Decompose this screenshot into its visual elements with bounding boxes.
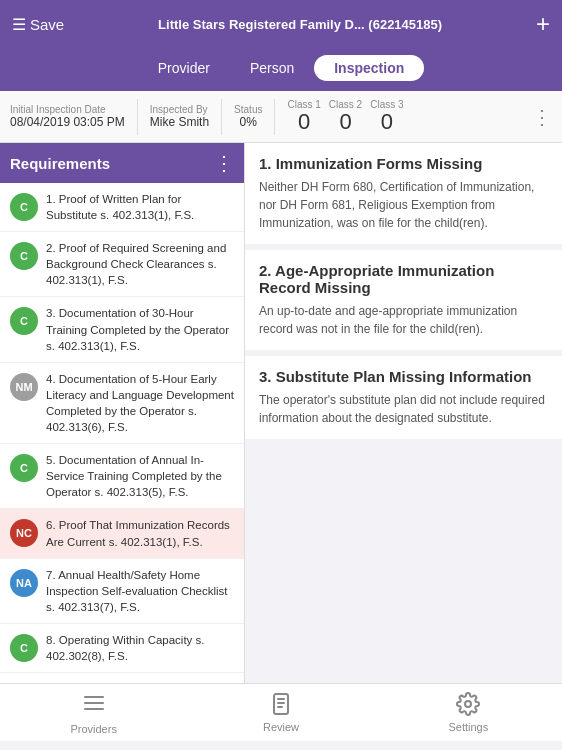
save-button[interactable]: ☰ Save bbox=[12, 15, 64, 34]
requirements-title: Requirements bbox=[10, 155, 110, 172]
finding-title-3: 3. Substitute Plan Missing Information bbox=[259, 368, 548, 385]
class3-section: Class 3 0 bbox=[370, 99, 403, 134]
req-text-8: 8. Operating Within Capacity s. 402.302(… bbox=[46, 632, 234, 664]
info-bar: Initial Inspection Date 08/04/2019 03:05… bbox=[0, 91, 562, 143]
class2-section: Class 2 0 bbox=[329, 99, 362, 134]
save-icon: ☰ bbox=[12, 15, 26, 34]
tab-inspection[interactable]: Inspection bbox=[314, 55, 424, 81]
right-panel: 1. Immunization Forms Missing Neither DH… bbox=[245, 143, 562, 683]
badge-7: NA bbox=[10, 569, 38, 597]
initial-date-section: Initial Inspection Date 08/04/2019 03:05… bbox=[10, 104, 125, 129]
tab-provider[interactable]: Provider bbox=[138, 55, 230, 81]
req-text-6: 6. Proof That Immunization Records Are C… bbox=[46, 517, 234, 549]
divider3 bbox=[274, 99, 275, 135]
initial-date-label: Initial Inspection Date bbox=[10, 104, 125, 115]
badge-3: C bbox=[10, 307, 38, 335]
class2-value: 0 bbox=[339, 110, 351, 134]
req-text-3: 3. Documentation of 30-Hour Training Com… bbox=[46, 305, 234, 353]
settings-label: Settings bbox=[448, 721, 488, 733]
more-options-button[interactable]: ⋮ bbox=[532, 105, 552, 129]
main-content: Requirements ⋮ C 1. Proof of Written Pla… bbox=[0, 143, 562, 683]
nav-providers[interactable]: Providers bbox=[0, 691, 187, 735]
class1-value: 0 bbox=[298, 110, 310, 134]
finding-body-3: The operator's substitute plan did not i… bbox=[259, 391, 548, 427]
req-text-2: 2. Proof of Required Screening and Backg… bbox=[46, 240, 234, 288]
req-text-1: 1. Proof of Written Plan for Substitute … bbox=[46, 191, 234, 223]
req-item-1[interactable]: C 1. Proof of Written Plan for Substitut… bbox=[0, 183, 244, 232]
bottom-nav: Providers Review Settings bbox=[0, 683, 562, 741]
req-text-9: 9. Compliance with Advertisement Require… bbox=[46, 681, 234, 683]
req-item-2[interactable]: C 2. Proof of Required Screening and Bac… bbox=[0, 232, 244, 297]
tab-person[interactable]: Person bbox=[230, 55, 314, 81]
status-section: Status 0% bbox=[234, 104, 262, 129]
req-item-7[interactable]: NA 7. Annual Health/Safety Home Inspecti… bbox=[0, 559, 244, 624]
badge-2: C bbox=[10, 242, 38, 270]
nav-review[interactable]: Review bbox=[187, 692, 374, 733]
finding-body-2: An up-to-date and age-appropriate immuni… bbox=[259, 302, 548, 338]
req-item-6[interactable]: NC 6. Proof That Immunization Records Ar… bbox=[0, 509, 244, 558]
divider2 bbox=[221, 99, 222, 135]
req-text-4: 4. Documentation of 5-Hour Early Literac… bbox=[46, 371, 234, 435]
inspected-by-label: Inspected By bbox=[150, 104, 209, 115]
plus-icon: + bbox=[536, 10, 550, 37]
req-item-5[interactable]: C 5. Documentation of Annual In-Service … bbox=[0, 444, 244, 509]
finding-card-3[interactable]: 3. Substitute Plan Missing Information T… bbox=[245, 356, 562, 439]
badge-6: NC bbox=[10, 519, 38, 547]
initial-date-value: 08/04/2019 03:05 PM bbox=[10, 115, 125, 129]
review-icon bbox=[269, 692, 293, 719]
class1-section: Class 1 0 bbox=[287, 99, 320, 134]
req-text-7: 7. Annual Health/Safety Home Inspection … bbox=[46, 567, 234, 615]
svg-point-7 bbox=[465, 701, 471, 707]
status-value: 0% bbox=[240, 115, 257, 129]
nav-settings[interactable]: Settings bbox=[375, 692, 562, 733]
header: ☰ Save Little Stars Registered Family D.… bbox=[0, 0, 562, 48]
req-item-4[interactable]: NM 4. Documentation of 5-Hour Early Lite… bbox=[0, 363, 244, 444]
req-item-9[interactable]: C 9. Compliance with Advertisement Requi… bbox=[0, 673, 244, 683]
requirements-header: Requirements ⋮ bbox=[0, 143, 244, 183]
status-label: Status bbox=[234, 104, 262, 115]
providers-label: Providers bbox=[70, 723, 116, 735]
badge-1: C bbox=[10, 193, 38, 221]
badge-4: NM bbox=[10, 373, 38, 401]
requirements-list: C 1. Proof of Written Plan for Substitut… bbox=[0, 183, 244, 683]
left-panel: Requirements ⋮ C 1. Proof of Written Pla… bbox=[0, 143, 245, 683]
req-text-5: 5. Documentation of Annual In-Service Tr… bbox=[46, 452, 234, 500]
finding-card-2[interactable]: 2. Age-Appropriate Immunization Record M… bbox=[245, 250, 562, 350]
badge-8: C bbox=[10, 634, 38, 662]
page-title: Little Stars Registered Family D... (622… bbox=[64, 17, 536, 32]
finding-title-1: 1. Immunization Forms Missing bbox=[259, 155, 548, 172]
add-button[interactable]: + bbox=[536, 10, 550, 38]
providers-icon bbox=[82, 691, 106, 721]
finding-title-2: 2. Age-Appropriate Immunization Record M… bbox=[259, 262, 548, 296]
req-item-3[interactable]: C 3. Documentation of 30-Hour Training C… bbox=[0, 297, 244, 362]
req-item-8[interactable]: C 8. Operating Within Capacity s. 402.30… bbox=[0, 624, 244, 673]
badge-5: C bbox=[10, 454, 38, 482]
settings-icon bbox=[456, 692, 480, 719]
requirements-more-button[interactable]: ⋮ bbox=[214, 151, 234, 175]
finding-body-1: Neither DH Form 680, Certification of Im… bbox=[259, 178, 548, 232]
inspected-by-section: Inspected By Mike Smith bbox=[150, 104, 209, 129]
inspected-by-value: Mike Smith bbox=[150, 115, 209, 129]
divider1 bbox=[137, 99, 138, 135]
finding-card-1[interactable]: 1. Immunization Forms Missing Neither DH… bbox=[245, 143, 562, 244]
class3-value: 0 bbox=[381, 110, 393, 134]
tab-bar: Provider Person Inspection bbox=[0, 48, 562, 91]
review-label: Review bbox=[263, 721, 299, 733]
save-label: Save bbox=[30, 16, 64, 33]
